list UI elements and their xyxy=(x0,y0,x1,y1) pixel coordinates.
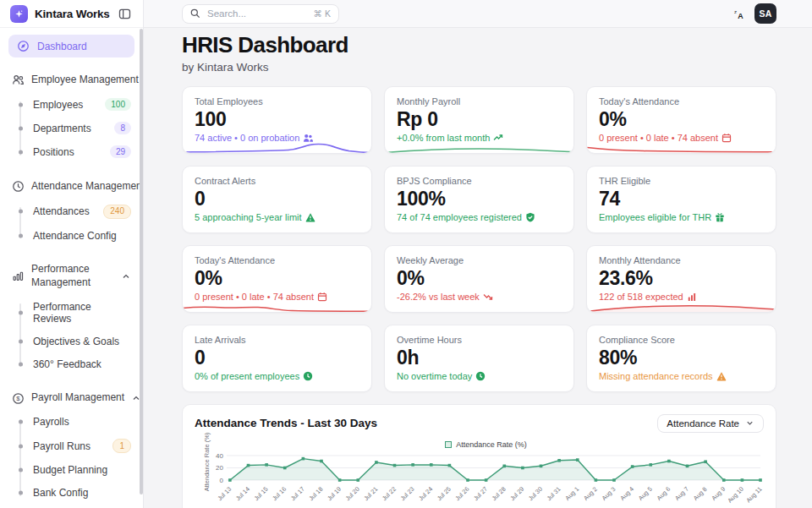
count-badge: 1 xyxy=(112,439,131,453)
svg-text:Aug 8: Aug 8 xyxy=(692,485,709,502)
chevron-up-icon xyxy=(121,271,131,281)
svg-text:Jul 27: Jul 27 xyxy=(472,485,489,502)
card-value: 80% xyxy=(599,347,764,368)
svg-text:Aug 11: Aug 11 xyxy=(744,485,763,504)
clock-icon xyxy=(12,180,25,193)
translate-icon[interactable]: zA xyxy=(733,8,746,20)
section-header-employee-management[interactable]: Employee Management xyxy=(8,72,134,89)
svg-text:Jul 23: Jul 23 xyxy=(399,485,416,502)
card-monthly-payroll: Monthly Payroll Rp 0 +0.0% from last mon… xyxy=(384,86,574,154)
legend-swatch xyxy=(445,441,452,448)
sidebar-item-positions[interactable]: Positions 29 xyxy=(19,140,134,164)
card-total-employees: Total Employees 100 74 active • 0 on pro… xyxy=(182,86,372,154)
card-value: 0 xyxy=(195,347,359,368)
sparkline-red-area xyxy=(587,294,776,313)
card-bpjs-compliance: BPJS Compliance 100% 74 of 74 employees … xyxy=(384,166,574,233)
card-subtitle: Employees eligible for THR xyxy=(599,212,764,222)
warning-icon xyxy=(305,212,315,222)
metric-selector-dropdown[interactable]: Attendance Rate xyxy=(657,414,764,433)
card-monthly-attendance: Monthly Attendance 23.6% 122 of 518 expe… xyxy=(586,245,776,313)
sidebar-item-label: Attendance Config xyxy=(33,230,117,242)
sidebar-section-employee-management: Employee Management Employees 100 Depart… xyxy=(8,72,134,164)
main-area: ⌘ K zA SA HRIS Dashboard by Kintara Work… xyxy=(144,0,812,508)
sidebar-item-label: Bank Config xyxy=(33,487,88,499)
section-items: Attendances 240 Attendance Config xyxy=(19,199,134,247)
sidebar-item-objectives-goals[interactable]: Objectives & Goals xyxy=(19,330,134,352)
warning-icon xyxy=(716,371,727,381)
card-late-arrivals: Late Arrivals 0 0% of present employees xyxy=(182,325,372,392)
section-label: Attendance Management xyxy=(31,180,143,194)
svg-text:Aug 1: Aug 1 xyxy=(563,485,580,502)
svg-text:Aug 7: Aug 7 xyxy=(673,485,690,502)
card-subtitle: 74 of 74 employees registered xyxy=(397,212,562,222)
section-header-payroll-management[interactable]: $ Payroll Management xyxy=(8,390,134,407)
card-subtitle: -26.2% vs last week xyxy=(397,292,562,302)
count-badge: 240 xyxy=(103,205,131,219)
section-label: Performance Management xyxy=(31,263,99,289)
svg-text:Jul 20: Jul 20 xyxy=(344,485,361,502)
card-value: 0h xyxy=(397,347,562,368)
gift-icon xyxy=(715,212,725,222)
svg-text:Aug 5: Aug 5 xyxy=(637,485,654,502)
svg-text:Aug 3: Aug 3 xyxy=(601,485,617,502)
card-overtime-hours: Overtime Hours 0h No overtime today xyxy=(384,325,574,392)
card-label: Compliance Score xyxy=(599,335,764,345)
card-label: Contract Alerts xyxy=(195,176,359,186)
svg-text:Aug 10: Aug 10 xyxy=(726,485,745,505)
users-icon xyxy=(12,74,25,86)
page-title: HRIS Dashboard xyxy=(182,33,776,58)
page-subtitle: by Kintara Works xyxy=(182,61,776,74)
sidebar-item-bank-config[interactable]: Bank Config xyxy=(19,482,134,505)
sidebar-item-employees[interactable]: Employees 100 xyxy=(19,93,134,117)
sidebar-item-label: Departments xyxy=(33,123,91,134)
svg-text:Jul 29: Jul 29 xyxy=(508,485,525,502)
sidebar-item-label: Attendances xyxy=(33,205,90,217)
sidebar-nav: Dashboard Employee Management Employees … xyxy=(0,28,143,508)
sidebar-item-360-feedback[interactable]: 360° Feedback xyxy=(19,352,134,375)
topbar: ⌘ K zA SA xyxy=(144,0,812,28)
svg-text:Aug 9: Aug 9 xyxy=(710,485,727,502)
svg-text:Jul 28: Jul 28 xyxy=(491,485,508,502)
svg-text:Jul 19: Jul 19 xyxy=(326,485,343,502)
sidebar-item-performance-reviews[interactable]: Performance Reviews xyxy=(19,295,134,330)
sidebar-item-attendance-config[interactable]: Attendance Config xyxy=(19,224,134,247)
search-box[interactable]: ⌘ K xyxy=(182,4,339,24)
count-badge: 29 xyxy=(110,145,131,158)
sidebar-item-dashboard[interactable]: Dashboard xyxy=(8,35,134,57)
user-avatar[interactable]: SA xyxy=(754,3,776,24)
card-value: 100 xyxy=(195,109,359,129)
search-shortcut: ⌘ K xyxy=(314,8,331,19)
card-value: 0% xyxy=(599,109,764,129)
sidebar-scrollbar[interactable] xyxy=(140,29,143,494)
section-items: Employees 100 Departments 8 Positions 29 xyxy=(19,93,134,164)
sidebar-item-payrolls[interactable]: Payrolls xyxy=(19,411,134,434)
count-badge: 100 xyxy=(105,98,131,111)
sidebar-toggle-icon[interactable] xyxy=(117,6,133,22)
card-value: 23.6% xyxy=(599,268,764,288)
svg-text:Aug 4: Aug 4 xyxy=(618,485,635,502)
chart-header: Attendance Trends - Last 30 Days Attenda… xyxy=(195,414,764,433)
card-label: Monthly Payroll xyxy=(397,96,562,107)
sidebar: Kintara Works Dashboard Employee Managem… xyxy=(0,0,144,508)
section-items: Payrolls Payroll Runs 1 Budget Planning … xyxy=(19,411,134,505)
sidebar-item-payroll-runs[interactable]: Payroll Runs 1 xyxy=(19,434,134,459)
sidebar-item-budget-planning[interactable]: Budget Planning xyxy=(19,459,134,482)
card-contract-alerts: Contract Alerts 0 5 approaching 5-year l… xyxy=(182,166,372,233)
sidebar-item-departments[interactable]: Departments 8 xyxy=(19,117,134,140)
card-label: Today's Attendance xyxy=(195,255,359,265)
section-header-attendance-management[interactable]: Attendance Management xyxy=(8,178,134,195)
topbar-actions: zA SA xyxy=(733,3,776,24)
search-input[interactable] xyxy=(206,8,309,19)
svg-text:Jul 26: Jul 26 xyxy=(453,485,470,502)
card-value: Rp 0 xyxy=(397,109,562,129)
shield-check-icon xyxy=(525,212,535,222)
svg-text:40: 40 xyxy=(216,452,223,460)
svg-text:Jul 18: Jul 18 xyxy=(307,485,324,502)
card-subtitle: Missing attendance records xyxy=(599,371,764,381)
sidebar-item-attendances[interactable]: Attendances 240 xyxy=(19,199,134,224)
card-label: THR Eligible xyxy=(599,176,764,186)
section-header-performance-management[interactable]: Performance Management xyxy=(8,261,134,291)
sidebar-item-label: Dashboard xyxy=(37,41,87,52)
card-value: 0% xyxy=(195,268,359,288)
card-subtitle: 0% of present employees xyxy=(195,371,359,381)
